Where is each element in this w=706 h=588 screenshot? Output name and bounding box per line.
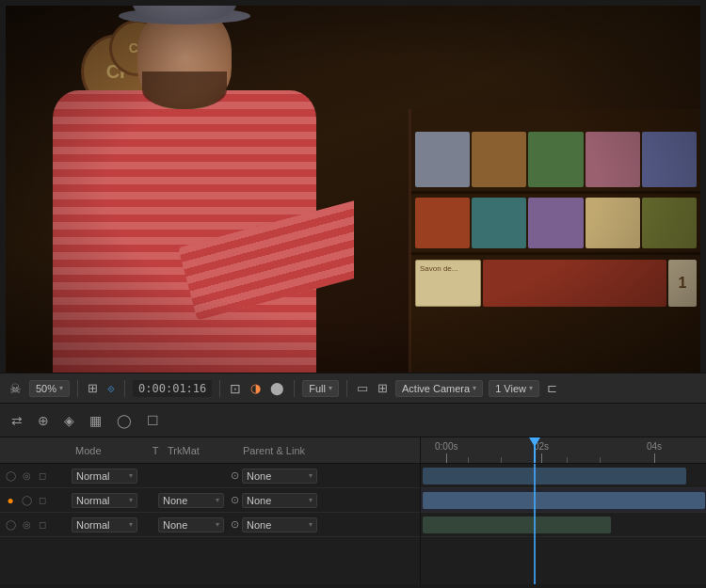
grid-icon[interactable]: ⊞	[376, 379, 390, 397]
parent-value-1: None	[247, 470, 271, 482]
extra-view-icon[interactable]: ⊏	[545, 379, 559, 397]
comp-video-frame: CF CF	[6, 6, 700, 373]
person-body	[34, 6, 354, 373]
zoom-chevron: ▾	[59, 384, 63, 392]
viewer-controls-bar: ☠ 50% ▾ ⊞ ⟐ 0:00:01:16 ⊡ ◑ ⬤ Full ▾ ▭ ⊞	[0, 373, 706, 403]
trkmat-dropdown-3[interactable]: None ▾	[158, 517, 224, 532]
shelf-item-teal1	[472, 198, 526, 248]
parent-chevron-1: ▾	[309, 471, 313, 480]
ruler-tick-a	[468, 457, 469, 463]
layer-list: Mode T TrkMat Parent & Link ◯ ◎ ◻ Normal…	[0, 437, 421, 584]
quality-dropdown[interactable]: Full ▾	[302, 380, 339, 397]
camera-dropdown[interactable]: Active Camera ▾	[395, 380, 483, 397]
view-count-chevron: ▾	[529, 384, 533, 392]
parent-value-3: None	[247, 519, 271, 531]
view-count-dropdown[interactable]: 1 View ▾	[489, 380, 539, 397]
hat-top	[133, 6, 236, 20]
track-motion-icon[interactable]: ⟐	[105, 379, 117, 397]
parent-col-header: Parent & Link	[239, 445, 352, 456]
lock-icon-2[interactable]: ◻	[36, 494, 49, 507]
timecode-display[interactable]: 0:00:01:16	[133, 380, 212, 397]
ruler-mark-0: 0:00s	[435, 441, 457, 463]
shelf-item-gray1	[415, 132, 470, 187]
ruler-tick-a-mark	[468, 457, 469, 463]
separator-4	[294, 380, 295, 397]
script-icon[interactable]: ☐	[143, 411, 163, 430]
playhead-track-line	[534, 464, 536, 584]
track-bar-3	[423, 516, 611, 533]
ruler-mark-4: 04s	[647, 441, 662, 463]
eye-icon-2[interactable]: ●	[4, 494, 17, 507]
mask-icon[interactable]: ◯	[113, 411, 136, 430]
mode-value-3: Normal	[76, 519, 109, 531]
solo-icon-1[interactable]: ◎	[20, 469, 33, 483]
layer-row-1: ◯ ◎ ◻ Normal ▾ ⊙ None ▾	[0, 464, 420, 488]
camera-icon[interactable]: ⊡	[228, 379, 243, 398]
film-icon[interactable]: ▦	[86, 411, 105, 430]
ruler-tick-2	[541, 453, 542, 463]
trkmat-value-2: None	[163, 495, 187, 506]
layer-row-2: ● ◯ ◻ Normal ▾ None ▾ ⊙ None	[0, 488, 420, 513]
layer-switches-1: ◯ ◎ ◻	[4, 469, 72, 483]
zoom-dropdown[interactable]: 50% ▾	[29, 380, 70, 397]
mode-value-2: Normal	[76, 495, 109, 506]
shelf-item-cream1	[586, 198, 640, 248]
lock-icon-1[interactable]: ◻	[36, 469, 49, 483]
shelf-item-num: 1	[668, 260, 697, 307]
trkmat-col-header: TrkMat	[164, 445, 239, 456]
camera-motion-icon[interactable]: ⊞	[86, 379, 100, 397]
t-col-header: T	[147, 445, 164, 456]
parenting-icon[interactable]: ⊕	[34, 411, 53, 430]
parent-dropdown-1[interactable]: None ▾	[242, 469, 317, 484]
ruler-tick-d-mark	[600, 457, 601, 463]
solo-icon-3[interactable]: ◎	[20, 518, 33, 532]
track-bar-2	[423, 492, 705, 509]
mode-chevron-2: ▾	[129, 496, 133, 504]
shelf-item-green1	[528, 132, 583, 187]
parent-dropdown-2[interactable]: None ▾	[242, 493, 317, 508]
composition-panel: CF CF	[0, 0, 706, 584]
beard	[142, 72, 227, 109]
timeline-panel: ⇄ ⊕ ◈ ▦ ◯ ☐ Mode T TrkMat Parent & Link	[0, 403, 706, 584]
separator-3	[219, 380, 220, 397]
track-row-2[interactable]	[421, 488, 706, 513]
mode-col-header: Mode	[72, 445, 147, 456]
comp-viewer: CF CF	[6, 6, 700, 373]
multicolor-icon[interactable]: ⬤	[268, 379, 286, 397]
mode-dropdown-2[interactable]: Normal ▾	[72, 493, 137, 508]
shelf-row-1	[411, 128, 700, 194]
mode-dropdown-3[interactable]: Normal ▾	[72, 517, 137, 532]
camera-chevron: ▾	[473, 384, 476, 392]
solo-icon-2[interactable]: ◯	[20, 494, 33, 507]
timeline-toolbar: ⇄ ⊕ ◈ ▦ ◯ ☐	[0, 404, 706, 437]
parent-value-2: None	[247, 495, 271, 506]
transfer-icon[interactable]: ⇄	[8, 411, 26, 430]
timeline-content: Mode T TrkMat Parent & Link ◯ ◎ ◻ Normal…	[0, 437, 706, 584]
lock-icon-3[interactable]: ◻	[36, 518, 49, 532]
separator-1	[77, 380, 78, 397]
trkmat-dropdown-2[interactable]: None ▾	[158, 493, 224, 508]
ruler-label-0: 0:00s	[435, 441, 457, 452]
view-mode-icon[interactable]: ▭	[355, 379, 370, 397]
track-row-1[interactable]	[421, 464, 706, 488]
ruler-tick-0	[446, 453, 447, 463]
timeline-ruler[interactable]: 0:00s 02s	[421, 437, 706, 464]
parent-dropdown-3[interactable]: None ▾	[242, 517, 317, 532]
shelf-item-blue1	[642, 132, 697, 187]
timeline-tracks: 0:00s 02s	[421, 437, 706, 584]
layer-switches-3: ◯ ◎ ◻	[4, 518, 72, 532]
track-icon[interactable]: ◈	[60, 411, 78, 430]
color-wheel-icon[interactable]: ◑	[249, 379, 263, 397]
shelf-row-3: Savon de... 1	[411, 255, 700, 311]
shelf-item-lavender1	[528, 198, 583, 248]
playhead-on-ruler[interactable]	[534, 437, 536, 463]
skull-icon[interactable]: ☠	[8, 379, 24, 398]
ruler-tick-b	[501, 457, 502, 463]
eye-icon-1[interactable]: ◯	[4, 469, 17, 483]
mode-dropdown-1[interactable]: Normal ▾	[72, 469, 137, 484]
parent-chevron-2: ▾	[309, 496, 313, 504]
eye-icon-3[interactable]: ◯	[4, 518, 17, 532]
shelf-unit: Savon de... 1	[409, 109, 700, 373]
shelf-item-brown1	[472, 132, 526, 187]
track-row-3[interactable]	[421, 513, 706, 537]
